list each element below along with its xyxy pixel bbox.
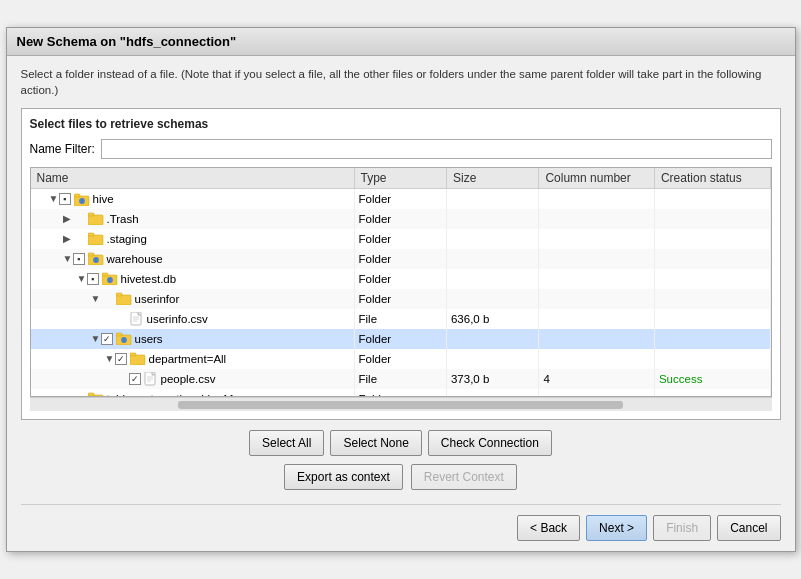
back-button[interactable]: < Back [517, 515, 580, 541]
tree-item-size [446, 229, 538, 249]
svg-rect-5 [88, 213, 94, 216]
tree-checkbox[interactable]: ▪ [87, 273, 99, 285]
svg-rect-33 [88, 393, 94, 396]
tree-checkbox[interactable]: ▪ [59, 193, 71, 205]
col-creation: Creation status [654, 168, 770, 189]
revert-context-button[interactable]: Revert Context [411, 464, 517, 490]
tree-item-colnum [539, 389, 655, 398]
col-size: Size [446, 168, 538, 189]
collapse-icon[interactable]: ▼ [105, 353, 115, 364]
tree-item-colnum [539, 329, 655, 349]
tree-item-type: Folder [354, 389, 446, 398]
svg-rect-15 [108, 278, 111, 283]
tree-item-size: 373,0 b [446, 369, 538, 389]
collapse-icon[interactable]: ▼ [77, 273, 87, 284]
tree-item-name: hive [93, 193, 114, 205]
svg-rect-13 [102, 273, 108, 276]
tree-row[interactable]: userinfo.csvFile636,0 b [31, 309, 771, 329]
tree-item-type: Folder [354, 229, 446, 249]
tree-row[interactable]: ▼▪ hiveFolder [31, 189, 771, 209]
tree-item-type: Folder [354, 269, 446, 289]
file-icon [130, 312, 147, 326]
tree-item-name: department=All [149, 353, 227, 365]
tree-row[interactable]: table_automation_hive11Folder [31, 389, 771, 398]
tree-item-name: warehouse [107, 253, 163, 265]
folder-icon [88, 232, 107, 245]
tree-item-name: .Trash [107, 213, 139, 225]
select-all-button[interactable]: Select All [249, 430, 324, 456]
horizontal-scrollbar[interactable] [30, 397, 772, 411]
svg-rect-26 [130, 355, 145, 365]
expand-icon[interactable]: ▶ [63, 213, 73, 224]
tree-row[interactable]: ▶ .TrashFolder [31, 209, 771, 229]
folder-icon [74, 192, 93, 205]
tree-item-size [446, 349, 538, 369]
tree-item-type: Folder [354, 209, 446, 229]
svg-rect-4 [88, 215, 103, 225]
section-title: Select files to retrieve schemas [30, 117, 772, 131]
tree-item-type: Folder [354, 329, 446, 349]
svg-rect-9 [88, 253, 94, 256]
tree-row[interactable]: ▼▪ warehouseFolder [31, 249, 771, 269]
tree-row[interactable]: ▼ userinforFolder [31, 289, 771, 309]
tree-row[interactable]: ▼▪ hivetest.dbFolder [31, 269, 771, 289]
tree-item-creation [654, 349, 770, 369]
tree-row[interactable]: ▼✓ usersFolder [31, 329, 771, 349]
file-icon [144, 372, 161, 386]
tree-checkbox[interactable]: ✓ [115, 353, 127, 365]
cancel-button[interactable]: Cancel [717, 515, 780, 541]
tree-item-colnum [539, 249, 655, 269]
col-colnum: Column number [539, 168, 655, 189]
tree-row[interactable]: ▼✓ department=AllFolder [31, 349, 771, 369]
tree-item-size [446, 329, 538, 349]
name-filter-input[interactable] [101, 139, 772, 159]
dialog: New Schema on "hdfs_connection" Select a… [6, 27, 796, 552]
folder-icon [116, 332, 135, 345]
svg-rect-23 [116, 333, 122, 336]
tree-item-size [446, 189, 538, 209]
tree-item-creation [654, 189, 770, 209]
tree-table: Name Type Size Column number Creation st… [31, 168, 771, 397]
tree-item-size: 636,0 b [446, 309, 538, 329]
col-type: Type [354, 168, 446, 189]
tree-checkbox[interactable]: ▪ [73, 253, 85, 265]
tree-item-name: table_automation_hive11 [107, 393, 236, 398]
folder-icon [88, 212, 107, 225]
folder-icon [88, 252, 107, 265]
tree-item-colnum [539, 189, 655, 209]
tree-item-colnum [539, 349, 655, 369]
folder-icon [88, 392, 107, 397]
collapse-icon[interactable]: ▼ [63, 253, 73, 264]
tree-item-creation [654, 309, 770, 329]
tree-item-creation [654, 249, 770, 269]
collapse-icon[interactable]: ▼ [49, 193, 59, 204]
tree-item-colnum [539, 289, 655, 309]
tree-row[interactable]: ✓ people.csvFile373,0 b4Success [31, 369, 771, 389]
tree-item-size [446, 289, 538, 309]
collapse-icon[interactable]: ▼ [91, 293, 101, 304]
name-filter-label: Name Filter: [30, 142, 95, 156]
description-text: Select a folder instead of a file. (Note… [21, 66, 781, 98]
tree-row[interactable]: ▶ .stagingFolder [31, 229, 771, 249]
tree-item-colnum [539, 229, 655, 249]
tree-item-type: File [354, 369, 446, 389]
tree-item-colnum [539, 269, 655, 289]
select-none-button[interactable]: Select None [330, 430, 421, 456]
tree-item-creation [654, 269, 770, 289]
next-button[interactable]: Next > [586, 515, 647, 541]
finish-button[interactable]: Finish [653, 515, 711, 541]
svg-rect-27 [130, 353, 136, 356]
tree-item-creation [654, 389, 770, 398]
export-context-button[interactable]: Export as context [284, 464, 403, 490]
tree-checkbox[interactable]: ✓ [101, 333, 113, 345]
collapse-icon[interactable]: ▼ [91, 333, 101, 344]
tree-item-type: Folder [354, 189, 446, 209]
tree-item-colnum [539, 209, 655, 229]
file-tree[interactable]: Name Type Size Column number Creation st… [30, 167, 772, 397]
tree-checkbox[interactable]: ✓ [129, 373, 141, 385]
tree-item-colnum: 4 [539, 369, 655, 389]
tree-item-type: Folder [354, 249, 446, 269]
folder-icon [130, 352, 149, 365]
check-connection-button[interactable]: Check Connection [428, 430, 552, 456]
expand-icon[interactable]: ▶ [63, 233, 73, 244]
